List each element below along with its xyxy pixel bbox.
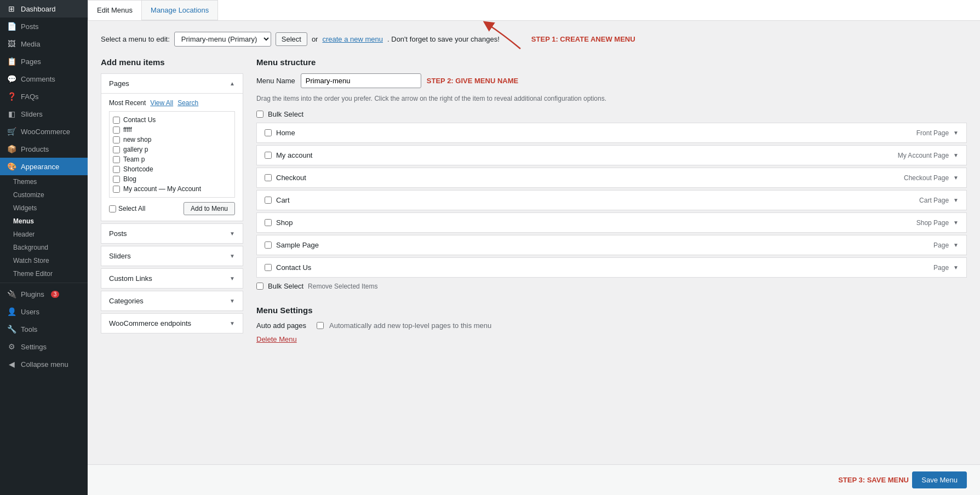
menu-item-name-sample-page: Sample Page — [276, 241, 319, 249]
delete-menu-link[interactable]: Delete Menu — [256, 335, 297, 343]
sidebar-sub-header[interactable]: Header — [0, 228, 88, 241]
bulk-select-top: Bulk Select — [256, 110, 967, 118]
sidebar-item-comments[interactable]: 💬 Comments — [0, 70, 88, 88]
menu-item-contact-us[interactable]: Contact Us Page ▼ — [256, 257, 967, 278]
tab-manage-locations[interactable]: Manage Locations — [141, 0, 218, 20]
select-menu-label: Select a menu to edit: — [101, 35, 170, 43]
sidebar-item-collapse[interactable]: ◀ Collapse menu — [0, 355, 88, 373]
tab-most-recent[interactable]: Most Recent — [109, 99, 146, 107]
tab-search[interactable]: Search — [177, 99, 198, 107]
sidebar-item-posts[interactable]: 📄 Posts — [0, 18, 88, 35]
sidebar-item-users[interactable]: 👤 Users — [0, 303, 88, 320]
list-item: gallery p — [113, 145, 231, 154]
save-menu-button[interactable]: Save Menu — [912, 471, 967, 488]
list-item: fffff — [113, 125, 231, 135]
accordion-categories-title: Categories — [109, 297, 144, 305]
menu-item-checkbox-contact-us[interactable] — [265, 264, 272, 271]
menu-item-name-checkout: Checkout — [276, 174, 306, 182]
accordion-posts-chevron: ▼ — [230, 231, 235, 237]
sidebar-item-label: FAQs — [21, 93, 39, 101]
sidebar-item-woocommerce[interactable]: 🛒 WooCommerce — [0, 123, 88, 140]
bulk-select-checkbox-top[interactable] — [256, 111, 263, 118]
menu-item-chevron-sample-page[interactable]: ▼ — [953, 242, 959, 248]
accordion-categories-header[interactable]: Categories ▼ — [101, 291, 243, 310]
sidebar-item-tools[interactable]: 🔧 Tools — [0, 320, 88, 338]
menu-item-sample-page[interactable]: Sample Page Page ▼ — [256, 235, 967, 255]
accordion-woocommerce-header[interactable]: WooCommerce endpoints ▼ — [101, 314, 243, 333]
sidebar-item-faqs[interactable]: ❓ FAQs — [0, 88, 88, 105]
add-to-menu-button[interactable]: Add to Menu — [184, 202, 235, 215]
sidebar-sub-background[interactable]: Background — [0, 241, 88, 254]
menu-item-chevron-shop[interactable]: ▼ — [953, 220, 959, 226]
sidebar-item-appearance[interactable]: 🎨 Appearance — [0, 158, 88, 175]
sidebar-item-settings[interactable]: ⚙ Settings — [0, 338, 88, 355]
page-checkbox-fffff[interactable] — [113, 126, 120, 134]
page-checkbox-my-account[interactable] — [113, 186, 120, 193]
page-checkbox-new-shop[interactable] — [113, 136, 120, 143]
menu-item-chevron-cart[interactable]: ▼ — [953, 197, 959, 203]
menu-item-checkbox-home[interactable] — [265, 129, 272, 136]
sidebar-sub-themes[interactable]: Themes — [0, 175, 88, 188]
menu-name-input[interactable] — [301, 73, 421, 88]
accordion-pages-header[interactable]: Pages ▲ — [101, 74, 243, 93]
bulk-select-checkbox-bottom[interactable] — [256, 283, 263, 290]
tab-edit-menus[interactable]: Edit Menus — [88, 0, 142, 20]
list-item: Contact Us — [113, 115, 231, 125]
accordion-custom-links-title: Custom Links — [109, 274, 152, 283]
sidebar-item-plugins[interactable]: 🔌 Plugins 3 — [0, 285, 88, 303]
sidebar-sub-customize[interactable]: Customize — [0, 188, 88, 202]
two-column-layout: Add menu items Pages ▲ Most Recent View … — [101, 57, 967, 343]
sidebar-item-dashboard[interactable]: ⊞ Dashboard — [0, 0, 88, 18]
bulk-select-label-bottom: Bulk Select — [268, 282, 303, 290]
auto-add-label: Auto add pages — [256, 321, 311, 330]
accordion-custom-links-chevron: ▼ — [230, 275, 235, 281]
select-button[interactable]: Select — [276, 32, 307, 46]
sidebar-item-sliders[interactable]: ◧ Sliders — [0, 105, 88, 123]
menu-item-chevron-home[interactable]: ▼ — [953, 130, 959, 136]
accordion-posts-header[interactable]: Posts ▼ — [101, 224, 243, 243]
accordion-custom-links-header[interactable]: Custom Links ▼ — [101, 269, 243, 288]
remove-selected-button[interactable]: Remove Selected Items — [308, 283, 377, 290]
menu-item-checkout[interactable]: Checkout Checkout Page ▼ — [256, 168, 967, 188]
auto-add-checkbox[interactable] — [317, 322, 324, 329]
menu-item-my-account[interactable]: My account My Account Page ▼ — [256, 145, 967, 165]
menu-item-home[interactable]: Home Front Page ▼ — [256, 123, 967, 143]
page-checkbox-blog[interactable] — [113, 176, 120, 183]
create-new-menu-link[interactable]: create a new menu — [322, 35, 383, 43]
menu-name-row: Menu Name STEP 2: GIVE MENU NAME — [256, 73, 967, 88]
sidebar-sub-menus[interactable]: Menus — [0, 215, 88, 228]
menu-settings-heading: Menu Settings — [256, 306, 967, 315]
page-checkbox-team-p[interactable] — [113, 156, 120, 163]
sidebar-sub-theme-editor[interactable]: Theme Editor — [0, 267, 88, 280]
menu-item-chevron-checkout[interactable]: ▼ — [953, 175, 959, 181]
menu-item-checkbox-shop[interactable] — [265, 219, 272, 226]
sidebar-sub-watch-store[interactable]: Watch Store — [0, 254, 88, 267]
sidebar-item-media[interactable]: 🖼 Media — [0, 35, 88, 53]
step1-annotation-container: STEP 1: CREATE ANEW MENU — [515, 35, 635, 43]
menu-item-shop[interactable]: Shop Shop Page ▼ — [256, 212, 967, 233]
select-all-checkbox[interactable] — [109, 205, 116, 212]
page-checkbox-contact-us[interactable] — [113, 117, 120, 124]
menu-dropdown[interactable]: Primary-menu (Primary) — [174, 32, 271, 47]
menu-item-checkbox-my-account[interactable] — [265, 152, 272, 159]
select-all-label[interactable]: Select All — [109, 205, 145, 212]
sidebar-sub-widgets[interactable]: Widgets — [0, 202, 88, 215]
menu-item-checkbox-checkout[interactable] — [265, 174, 272, 181]
menu-item-chevron-my-account[interactable]: ▼ — [953, 152, 959, 158]
sidebar-item-pages[interactable]: 📋 Pages — [0, 53, 88, 70]
step2-annotation: STEP 2: GIVE MENU NAME — [427, 77, 518, 85]
menu-item-cart[interactable]: Cart Cart Page ▼ — [256, 190, 967, 210]
sidebar-item-products[interactable]: 📦 Products — [0, 140, 88, 158]
sidebar-item-label: Pages — [21, 57, 41, 66]
page-checkbox-gallery-p[interactable] — [113, 146, 120, 153]
page-checkbox-shortcode[interactable] — [113, 166, 120, 173]
menu-item-checkbox-cart[interactable] — [265, 197, 272, 204]
sidebar-item-label: Plugins — [21, 290, 44, 298]
menu-item-checkbox-sample-page[interactable] — [265, 241, 272, 249]
tab-view-all[interactable]: View All — [150, 99, 173, 107]
accordion-sliders-header[interactable]: Sliders ▼ — [101, 246, 243, 266]
menu-item-chevron-contact-us[interactable]: ▼ — [953, 264, 959, 270]
menu-item-type-cart: Cart Page — [919, 197, 949, 204]
faqs-icon: ❓ — [7, 92, 16, 101]
step3-annotation: STEP 3: SAVE MENU — [838, 476, 909, 484]
